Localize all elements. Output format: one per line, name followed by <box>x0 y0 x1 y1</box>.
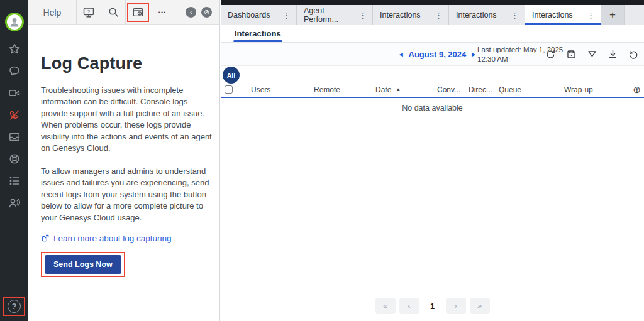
forward-disabled-button[interactable]: ⊘ <box>201 7 212 18</box>
undo-icon[interactable] <box>628 49 639 60</box>
agent-voice-icon[interactable] <box>8 197 21 209</box>
interactions-table-header: Users Remote Date ▲ Conv... Direc... Que… <box>221 82 644 98</box>
log-capture-paragraph-1: Troubleshooting issues with incomplete i… <box>41 85 214 155</box>
column-header-date[interactable]: Date ▲ <box>375 82 401 97</box>
kebab-menu-icon[interactable]: ⋮ <box>433 11 445 20</box>
select-all-checkbox-cell <box>225 82 233 97</box>
blocked-icon: ⊘ <box>204 9 209 16</box>
first-page-button[interactable]: « <box>375 298 396 314</box>
column-header-remote[interactable]: Remote <box>314 82 340 97</box>
subtab-interactions[interactable]: Interactions <box>235 29 281 42</box>
app-sidebar: ? <box>0 0 28 321</box>
empty-state-message: No data available <box>221 104 644 112</box>
support-ring-icon[interactable] <box>8 153 21 165</box>
search-button[interactable] <box>101 0 125 24</box>
date-prev-icon[interactable]: ◂ <box>399 50 403 58</box>
help-tab[interactable]: Help <box>28 0 76 24</box>
monitor-question-icon: ? <box>82 6 95 19</box>
tab-label: Agent Perform... <box>304 6 357 24</box>
learn-more-link[interactable]: Learn more about log capturing <box>41 234 209 243</box>
pagination: « ‹ 1 › » <box>221 298 644 314</box>
toolbar-divider <box>472 46 472 62</box>
add-tab-button[interactable]: + <box>601 5 625 25</box>
log-capture-tool-button[interactable] <box>125 0 150 24</box>
date-label[interactable]: August 9, 2024 <box>409 50 467 59</box>
prev-page-button[interactable]: ‹ <box>399 298 419 314</box>
tab-label: Dashboards <box>228 11 270 19</box>
analytics-workspace: Dashboards ⋮ Agent Perform... ⋮ Interact… <box>221 0 644 321</box>
tab-interactions-3-active[interactable]: Interactions ⋮ <box>525 5 601 25</box>
sort-ascending-icon: ▲ <box>396 87 401 92</box>
ellipsis-icon: ••• <box>158 9 166 16</box>
select-all-checkbox[interactable] <box>225 85 233 94</box>
tab-interactions-1[interactable]: Interactions ⋮ <box>373 5 449 25</box>
log-capture-panel: Help ? <box>28 0 220 321</box>
search-icon <box>108 6 119 18</box>
workspace-tabbar: Dashboards ⋮ Agent Perform... ⋮ Interact… <box>221 5 644 25</box>
toolbar-actions <box>545 43 639 65</box>
kebab-menu-icon[interactable]: ⋮ <box>357 11 369 20</box>
next-page-button[interactable]: › <box>446 298 466 314</box>
panel-toolbar: Help ? <box>28 0 219 25</box>
refresh-icon[interactable] <box>545 49 556 60</box>
video-call-icon[interactable] <box>8 87 21 99</box>
current-page-number: 1 <box>423 302 442 311</box>
avatar[interactable] <box>5 13 24 31</box>
kebab-menu-icon[interactable]: ⋮ <box>585 11 597 20</box>
column-header-users[interactable]: Users <box>251 82 270 97</box>
back-button[interactable]: ‹ <box>186 7 196 18</box>
external-link-icon <box>41 234 50 242</box>
column-header-wrapup[interactable]: Wrap-up <box>564 82 593 97</box>
tab-interactions-2[interactable]: Interactions ⋮ <box>449 5 525 25</box>
tab-dashboards[interactable]: Dashboards ⋮ <box>221 5 297 25</box>
learn-more-label: Learn more about log capturing <box>53 234 172 243</box>
help-icon[interactable]: ? <box>8 300 21 313</box>
tab-label: Interactions <box>532 11 573 19</box>
column-header-date-label: Date <box>375 85 391 94</box>
log-capture-content: Log Capture Troubleshooting issues with … <box>28 25 219 277</box>
last-page-button[interactable]: » <box>470 298 490 314</box>
svg-text:?: ? <box>87 9 91 14</box>
help-glyph: ? <box>12 302 17 311</box>
page-title: Log Capture <box>41 54 209 73</box>
tab-agent-performance[interactable]: Agent Perform... ⋮ <box>297 5 373 25</box>
date-navigator: ◂ August 9, 2024 ▸ <box>399 43 475 65</box>
column-header-direction[interactable]: Direc... <box>469 82 492 97</box>
column-header-queue[interactable]: Queue <box>499 82 521 97</box>
chat-icon[interactable] <box>8 65 21 77</box>
report-toolbar: ◂ August 9, 2024 ▸ Last updated: May 1, … <box>221 43 644 66</box>
save-icon[interactable] <box>566 49 577 60</box>
tab-label: Interactions <box>380 11 421 19</box>
workspace-top-strip <box>221 0 644 5</box>
subtab-row: Interactions <box>221 25 644 43</box>
send-logs-annotation-box: Send Logs Now <box>41 252 125 277</box>
favorites-star-icon[interactable] <box>8 43 21 55</box>
more-options-button[interactable]: ••• <box>150 0 174 24</box>
help-annotation-box: ? <box>3 297 25 316</box>
filter-icon[interactable] <box>587 49 597 60</box>
tab-label: Interactions <box>456 11 497 19</box>
column-header-conversation[interactable]: Conv... <box>437 82 460 97</box>
browser-window-icon <box>132 6 144 18</box>
all-filter-pill[interactable]: All <box>223 67 240 84</box>
send-logs-button[interactable]: Send Logs Now <box>45 255 121 274</box>
inbox-icon[interactable] <box>8 131 21 143</box>
filter-pill-row: All <box>221 66 644 82</box>
person-icon <box>8 16 21 28</box>
back-icon: ‹ <box>190 9 192 16</box>
log-capture-paragraph-2: To allow managers and admins to understa… <box>41 166 214 224</box>
phone-disabled-icon[interactable] <box>8 109 21 121</box>
kebab-menu-icon[interactable]: ⋮ <box>280 11 292 20</box>
download-icon[interactable] <box>608 49 618 60</box>
log-capture-annotation-box <box>127 3 149 22</box>
panel-nav: ‹ ⊘ <box>186 0 212 24</box>
desktop-help-button[interactable]: ? <box>76 0 101 24</box>
kebab-menu-icon[interactable]: ⋮ <box>509 11 521 20</box>
date-next-icon[interactable]: ▸ <box>472 50 475 58</box>
queue-list-icon[interactable] <box>8 175 21 187</box>
add-column-icon[interactable]: ⊕ <box>633 82 641 97</box>
